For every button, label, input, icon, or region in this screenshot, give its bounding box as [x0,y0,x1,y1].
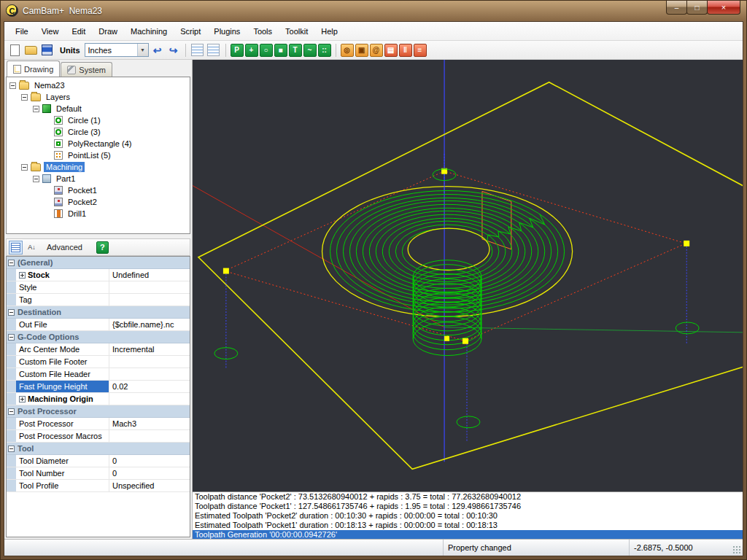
tree-label[interactable]: Circle (1) [66,115,103,125]
lathe-op-icon[interactable]: ≡ [414,44,427,57]
menu-help[interactable]: Help [314,24,344,39]
collapse-icon[interactable] [8,446,15,452]
collapse-icon[interactable] [9,82,16,89]
tree-label[interactable]: Pocket2 [66,197,99,207]
units-dropdown[interactable]: Inches ▼ [85,43,149,57]
collapse-icon[interactable] [8,334,15,341]
categorized-view-icon[interactable] [9,241,23,254]
tree-label-selected[interactable]: Machining [44,162,85,172]
property-row-custom-file-footer[interactable]: Custom File Footer [7,356,190,368]
tree-label[interactable]: PointList (5) [66,150,113,160]
circle-icon[interactable]: ○ [260,44,273,57]
tree-label[interactable]: Layers [44,92,72,102]
property-row-tool-number[interactable]: Tool Number 0 [7,467,190,480]
tree-item-default-layer[interactable]: Default [7,103,190,114]
collapse-icon[interactable] [33,106,39,112]
expand-icon[interactable] [19,396,26,402]
tree-label[interactable]: Circle (3) [66,127,103,137]
undo-icon[interactable]: ↩ [150,43,165,58]
menu-edit[interactable]: Edit [65,24,92,39]
tree-item-layers[interactable]: Layers [7,91,190,103]
category-general[interactable]: (General) [7,257,190,269]
collapse-icon[interactable] [33,176,39,182]
property-row-style[interactable]: Style [7,281,190,294]
part-op-icon[interactable]: ▤ [384,44,398,57]
save-file-icon[interactable] [39,43,54,58]
menu-draw[interactable]: Draw [92,24,124,39]
profile-op-icon[interactable]: ▣ [355,44,368,57]
menu-plugins[interactable]: Plugins [207,24,247,39]
menu-script[interactable]: Script [174,24,207,39]
tree-item-polyrectangle[interactable]: PolyRectangle (4) [7,138,190,149]
tree-label[interactable]: Default [54,104,84,114]
property-row-custom-file-header[interactable]: Custom File Header [7,368,190,381]
resize-grip[interactable] [732,545,741,554]
tree-label[interactable]: Pocket1 [66,185,99,195]
tab-drawing[interactable]: Drawing [7,61,60,77]
tree-item-part1[interactable]: Part1 [7,173,190,184]
tree-label[interactable]: Drill1 [66,209,88,219]
property-row-machining-origin[interactable]: Machining Origin [7,393,190,405]
menu-view[interactable]: View [35,24,66,39]
open-file-icon[interactable] [23,43,38,58]
engrave-op-icon[interactable]: @ [370,44,383,57]
category-tool[interactable]: Tool [7,443,190,455]
category-destination[interactable]: Destination [7,306,190,319]
tree-item-circle-3[interactable]: Circle (3) [7,126,190,138]
new-file-icon[interactable] [7,43,22,58]
property-row-fast-plunge-height[interactable]: Fast Plunge Height 0.02 [7,381,190,393]
surface-icon[interactable]: :: [318,44,331,57]
tree-item-nema23[interactable]: Nema23 [7,79,190,91]
maximize-button[interactable]: □ [686,1,708,15]
spline-icon[interactable]: ~ [303,44,317,57]
collapse-icon[interactable] [8,260,15,266]
title-bar[interactable]: C CamBam+ Nema23 – □ × [1,1,746,21]
property-row-outfile[interactable]: Out File {$cbfile.name}.nc [7,319,190,331]
category-gcode-options[interactable]: G-Code Options [7,331,190,343]
drill-op-icon[interactable]: ‖ [399,44,412,57]
collapse-icon[interactable] [21,164,28,171]
tree-item-machining[interactable]: Machining [7,161,190,173]
property-row-arc-center-mode[interactable]: Arc Center Mode Incremental [7,343,190,356]
text-icon[interactable]: T [289,44,302,57]
collapse-icon[interactable] [8,309,15,316]
tree-label[interactable]: Nema23 [32,80,67,90]
tree-label[interactable]: Part1 [54,174,77,184]
tree-item-pocket2[interactable]: Pocket2 [7,196,190,208]
rectangle-icon[interactable]: ■ [274,44,287,57]
tree-item-pocket1[interactable]: Pocket1 [7,184,190,196]
chevron-down-icon[interactable]: ▼ [137,44,148,56]
grid-toggle-icon[interactable] [190,43,205,58]
tree-item-drill1[interactable]: Drill1 [7,208,190,219]
tree-label[interactable]: PolyRectangle (4) [66,139,133,149]
sort-az-icon[interactable]: A↓ [25,241,39,254]
property-row-stock[interactable]: Stock Undefined [7,269,190,281]
polyline-icon[interactable]: P [231,44,244,57]
tree-item-pointlist[interactable]: PointList (5) [7,149,190,161]
tab-system[interactable]: System [61,62,112,77]
menu-machining[interactable]: Machining [124,24,174,39]
property-row-tool-diameter[interactable]: Tool Diameter 0 [7,455,190,467]
help-button[interactable]: ? [96,241,109,254]
point-icon[interactable]: + [245,44,258,57]
snap-grid-icon[interactable] [206,43,221,58]
log-line-selected[interactable]: Toolpath Generation '00:00:00.0942726' [193,530,743,539]
tree-item-circle-1[interactable]: Circle (1) [7,114,190,126]
property-row-tag[interactable]: Tag [7,294,190,306]
menu-toolkit[interactable]: Toolkit [279,24,314,39]
close-button[interactable]: × [707,1,740,15]
viewport-3d[interactable] [193,60,743,491]
category-post-processor[interactable]: Post Processor [7,405,190,418]
property-row-tool-profile[interactable]: Tool Profile Unspecified [7,480,190,492]
menu-file[interactable]: File [9,24,35,39]
collapse-icon[interactable] [21,94,28,101]
collapse-icon[interactable] [8,408,15,415]
pocket-op-icon[interactable]: ◎ [341,44,354,57]
menu-tools[interactable]: Tools [247,24,279,39]
advanced-button[interactable]: Advanced [41,241,88,253]
redo-icon[interactable]: ↪ [166,43,181,58]
expand-icon[interactable] [19,272,26,279]
message-log[interactable]: Toolpath distance 'Pocket2' : 73.5132680… [193,491,743,539]
property-row-post-processor-macros[interactable]: Post Processor Macros [7,430,190,443]
minimize-button[interactable]: – [666,1,687,15]
